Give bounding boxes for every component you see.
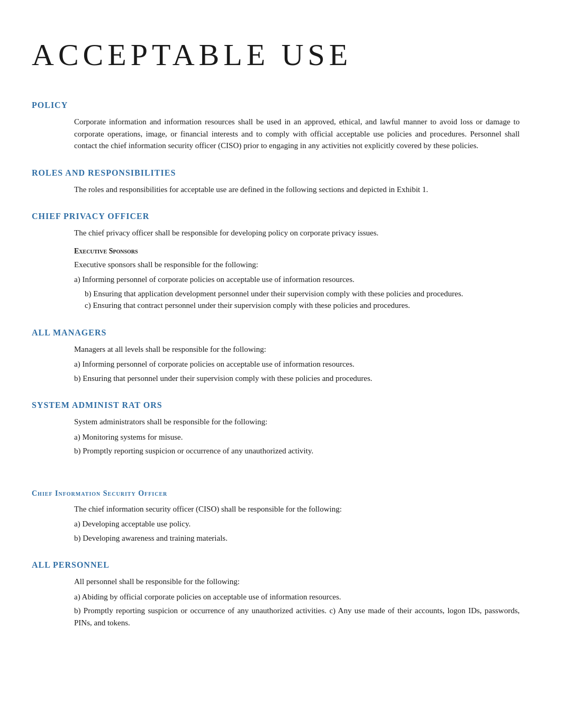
roles-section: ROLES AND RESPONSIBILITIES The roles and… xyxy=(32,167,520,196)
all-personnel-section: ALL PERSONNEL All personnel shall be res… xyxy=(32,559,520,629)
policy-section: POLICY Corporate information and informa… xyxy=(32,99,520,152)
chief-privacy-body: The chief privacy officer shall be respo… xyxy=(74,227,520,239)
all-managers-heading: ALL MANAGERS xyxy=(32,326,520,339)
chief-privacy-section: CHIEF PRIVACY OFFICER The chief privacy … xyxy=(32,210,520,312)
ciso-heading: Chief Information Security Officer xyxy=(32,488,520,499)
personnel-item-b: b) Promptly reporting suspicion or occur… xyxy=(74,605,520,629)
all-personnel-intro: All personnel shall be responsible for t… xyxy=(74,576,520,588)
ciso-item-a: a) Developing acceptable use policy. xyxy=(74,518,520,530)
sys-admins-heading: SYSTEM ADMINIST RAT ORS xyxy=(32,399,520,412)
chief-privacy-heading: CHIEF PRIVACY OFFICER xyxy=(32,210,520,223)
page-title: ACCEPTABLE USE xyxy=(32,32,520,78)
ciso-item-b: b) Developing awareness and training mat… xyxy=(74,532,520,544)
exec-sponsors-intro: Executive sponsors shall be responsible … xyxy=(74,259,520,271)
policy-heading: POLICY xyxy=(32,99,520,112)
sys-admins-section: SYSTEM ADMINIST RAT ORS System administr… xyxy=(32,399,520,457)
spacer xyxy=(32,462,520,473)
ciso-section: Chief Information Security Officer The c… xyxy=(32,488,520,544)
managers-item-b: b) Ensuring that personnel under their s… xyxy=(74,372,520,385)
exec-sponsors-item-b: b) Ensuring that application development… xyxy=(85,288,520,300)
ciso-body: The chief information security officer (… xyxy=(74,503,520,515)
roles-body: The roles and responsibilities for accep… xyxy=(74,184,520,196)
sys-admins-item-b: b) Promptly reporting suspicion or occur… xyxy=(74,445,520,457)
all-personnel-heading: ALL PERSONNEL xyxy=(32,559,520,571)
all-managers-intro: Managers at all levels shall be responsi… xyxy=(74,343,520,356)
personnel-item-a: a) Abiding by official corporate policie… xyxy=(74,591,520,603)
sys-admins-item-a: a) Monitoring systems for misuse. xyxy=(74,431,520,443)
roles-heading: ROLES AND RESPONSIBILITIES xyxy=(32,167,520,179)
policy-body: Corporate information and information re… xyxy=(74,116,520,152)
all-managers-section: ALL MANAGERS Managers at all levels shal… xyxy=(32,326,520,385)
managers-item-a: a) Informing personnel of corporate poli… xyxy=(74,358,520,370)
sys-admins-intro: System administrators shall be responsib… xyxy=(74,416,520,428)
exec-sponsors-item-c: c) Ensuring that contract personnel unde… xyxy=(85,299,520,312)
exec-sponsors-item-a: a) Informing personnel of corporate poli… xyxy=(74,274,520,286)
exec-sponsors-heading: Executive Sponsors xyxy=(74,245,520,257)
